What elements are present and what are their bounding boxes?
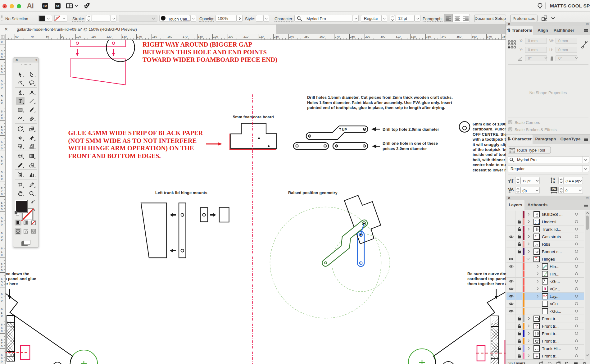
svg-text:with a toothpick to see: with a toothpick to see [472, 137, 506, 142]
svg-text:A: A [553, 180, 555, 184]
svg-text:pointed end of toothpicks, glu: pointed end of toothpicks, glue in place… [307, 105, 445, 110]
svg-text:p panel and glue: p panel and glue [6, 276, 36, 281]
svg-text:bolt, with thinner end: bolt, with thinner end [473, 157, 506, 162]
svg-text:T: T [510, 178, 514, 183]
svg-text:RIGHT WAY AROUND (BIGGER GAP: RIGHT WAY AROUND (BIGGER GAP [143, 41, 252, 48]
svg-text:A: A [511, 187, 514, 192]
svg-text:(NOT 5MM WIDE AS TO NOT INTERF: (NOT 5MM WIDE AS TO NOT INTERFERE [68, 137, 197, 144]
svg-text:rve down the: rve down the [6, 271, 29, 276]
svg-text:BETWEEN THIS HOLE AND END POIN: BETWEEN THIS HOLE AND END POINTS [143, 49, 267, 56]
svg-text:UP: UP [342, 128, 347, 131]
svg-text:cardboard top panel a: cardboard top panel a [467, 276, 506, 281]
svg-text:Holes 1.5mm diameter. Paint bl: Holes 1.5mm diameter. Paint black after … [307, 100, 452, 105]
svg-text:6mm disc of 1000gsm: 6mm disc of 1000gsm [473, 122, 506, 126]
svg-text:them together here a: them together here a [467, 281, 506, 286]
svg-text:inside end of toothpick: inside end of toothpick [473, 152, 506, 157]
svg-text:Raised position geometry: Raised position geometry [288, 190, 338, 195]
svg-text:peices 2.0mm diameter: peices 2.0mm diameter [383, 146, 427, 151]
svg-text:5mm foamcore board: 5mm foamcore board [233, 115, 274, 119]
svg-text:WITH HINGE ARM OPERATION) ON T: WITH HINGE ARM OPERATION) ON THE [68, 145, 194, 152]
svg-text:Drill top hole 2.0mm diameter: Drill top hole 2.0mm diameter [383, 127, 439, 132]
svg-text:centre-hole-to-outer: centre-hole-to-outer [473, 162, 506, 167]
svg-text:closest to lower hole: closest to lower hole [473, 168, 506, 172]
svg-text:Drill one hole in one of these: Drill one hole in one of these [383, 141, 438, 146]
svg-text:GLUE 4.5MM WIDE STRIP OF BLACK: GLUE 4.5MM WIDE STRIP OF BLACK PAPER [68, 130, 203, 136]
svg-text:TOWARD WIDER FOAMBOARD PIECE E: TOWARD WIDER FOAMBOARD PIECE END) [143, 56, 277, 63]
svg-text:FRONT AND BOTTOM EDGES.: FRONT AND BOTTOM EDGES. [68, 152, 161, 159]
svg-text:Drill holes 1.5mm diameter. Cu: Drill holes 1.5mm diameter. Cut peices f… [307, 95, 453, 100]
svg-text:er here: er here [6, 281, 18, 286]
svg-text:cardboard. Punch hole: cardboard. Punch hole [473, 127, 506, 131]
svg-text:of the tootpick ‘bolt’: of the tootpick ‘bolt’ [473, 147, 506, 152]
svg-text:Left trunk lid hinge mounts: Left trunk lid hinge mounts [155, 190, 207, 195]
svg-text:it will snuggly slip over: it will snuggly slip over [473, 142, 506, 147]
svg-text:Be sure to curve down: Be sure to curve down [467, 271, 506, 276]
svg-text:OFF CENTRE, then test: OFF CENTRE, then test [473, 132, 506, 137]
